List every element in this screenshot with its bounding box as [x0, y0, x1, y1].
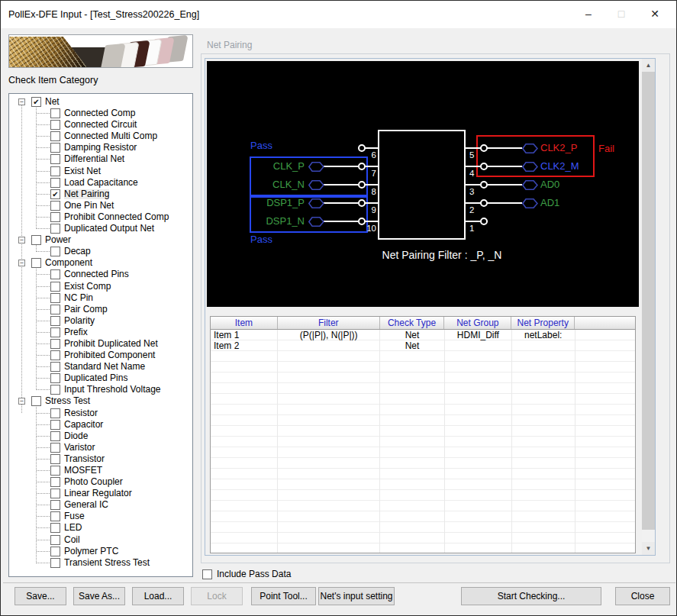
checkbox-load-capacitance[interactable] — [50, 178, 60, 188]
checkbox-led[interactable] — [50, 523, 60, 533]
tree-item-input-threshold-voltage[interactable]: Input Threshold Voltage — [9, 384, 192, 395]
checkbox-net[interactable]: ✔ — [31, 97, 41, 107]
table-header-net-property[interactable]: Net Property — [511, 317, 575, 329]
checkbox-fuse[interactable] — [50, 511, 60, 521]
checkbox-differential-net[interactable] — [50, 154, 60, 164]
tree-item-prefix[interactable]: Prefix — [9, 327, 192, 338]
tree-item-linear-regulator[interactable]: Linear Regulator — [9, 488, 192, 499]
checkbox-diode[interactable] — [50, 431, 60, 441]
tree-item-decap[interactable]: Decap — [9, 246, 192, 257]
tree-item-nc-pin[interactable]: NC Pin — [9, 292, 192, 304]
load-button[interactable]: Load... — [132, 587, 184, 605]
tree-item-coil[interactable]: Coil — [9, 534, 192, 546]
check-item-tree-panel[interactable]: −✔NetConnected CompConnected CircuitConn… — [8, 93, 193, 577]
checkbox-damping-resistor[interactable] — [50, 143, 60, 153]
tree-item-net-pairing[interactable]: ✔Net Pairing — [9, 189, 192, 200]
checkbox-varistor[interactable] — [50, 443, 60, 453]
tree-item-pair-comp[interactable]: Pair Comp — [9, 304, 192, 315]
tree-item-net[interactable]: −✔Net — [9, 96, 192, 108]
tree-item-photo-coupler[interactable]: Photo Coupler — [9, 476, 192, 488]
checkbox-transient-stress-test[interactable] — [50, 558, 60, 568]
scrollbar-thumb[interactable] — [642, 72, 655, 530]
include-pass-data-checkbox[interactable] — [202, 569, 212, 579]
expand-minus-icon[interactable]: − — [18, 398, 25, 405]
tree-item-duplicated-output-net[interactable]: Duplicated Output Net — [9, 223, 192, 234]
expand-minus-icon[interactable]: − — [18, 98, 25, 105]
checkbox-coil[interactable] — [50, 535, 60, 545]
tree-item-varistor[interactable]: Varistor — [9, 442, 192, 453]
checkbox-connected-multi-comp[interactable] — [50, 131, 60, 141]
checkbox-exist-comp[interactable] — [50, 282, 60, 292]
checkbox-one-pin-net[interactable] — [50, 201, 60, 211]
scroll-down-icon[interactable]: ▼ — [642, 542, 655, 555]
tree-item-prohibit-duplicated-net[interactable]: Prohibit Duplicated Net — [9, 338, 192, 350]
close-button[interactable]: Close — [615, 587, 670, 605]
save-button[interactable]: Save... — [15, 587, 66, 605]
checkbox-prohibited-component[interactable] — [50, 350, 60, 360]
checkbox-linear-regulator[interactable] — [50, 489, 60, 498]
table-row[interactable]: Item 2Net — [211, 340, 635, 351]
expand-minus-icon[interactable]: − — [18, 260, 25, 266]
table-header-filter[interactable]: Filter — [278, 317, 380, 329]
checkbox-prohibit-duplicated-net[interactable] — [50, 339, 60, 349]
checkbox-prohibit-connected-comp[interactable] — [50, 212, 60, 222]
tree-item-diode[interactable]: Diode — [9, 431, 192, 442]
tree-item-mosfet[interactable]: MOSFET — [9, 465, 192, 476]
tree-item-led[interactable]: LED — [9, 522, 192, 534]
table-header-item[interactable]: Item — [211, 317, 278, 329]
tree-item-polarity[interactable]: Polarity — [9, 315, 192, 327]
tree-item-transistor[interactable]: Transistor — [9, 453, 192, 465]
table-row[interactable]: Item 1(P(|P|), N(|P|))NetHDMI_DiffnetLab… — [211, 330, 635, 340]
tree-item-polymer-ptc[interactable]: Polymer PTC — [9, 546, 192, 557]
checkbox-stress-test[interactable] — [31, 396, 41, 406]
scroll-up-icon[interactable]: ▲ — [642, 59, 655, 72]
checkbox-capacitor[interactable] — [50, 420, 60, 430]
tree-item-connected-pins[interactable]: Connected Pins — [9, 269, 192, 280]
tree-item-connected-multi-comp[interactable]: Connected Multi Comp — [9, 131, 192, 142]
checkbox-polarity[interactable] — [50, 316, 60, 326]
tree-item-resistor[interactable]: Resistor — [9, 408, 192, 419]
checkbox-transistor[interactable] — [50, 454, 60, 464]
start-checking-button[interactable]: Start Checking... — [461, 587, 601, 605]
checkbox-duplicated-output-net[interactable] — [50, 224, 60, 234]
tree-item-prohibit-connected-comp[interactable]: Prohibit Connected Comp — [9, 211, 192, 223]
checkbox-prefix[interactable] — [50, 327, 60, 337]
tree-item-damping-resistor[interactable]: Damping Resistor — [9, 142, 192, 153]
table-header-net-group[interactable]: Net Group — [444, 317, 511, 329]
checkbox-exist-net[interactable] — [50, 166, 60, 176]
tree-item-connected-comp[interactable]: Connected Comp — [9, 108, 192, 119]
checkbox-pair-comp[interactable] — [50, 305, 60, 314]
tree-item-one-pin-net[interactable]: One Pin Net — [9, 200, 192, 211]
vertical-scrollbar[interactable]: ▲ ▼ — [642, 59, 655, 555]
tree-item-fuse[interactable]: Fuse — [9, 511, 192, 522]
tree-item-prohibited-component[interactable]: Prohibited Component — [9, 350, 192, 361]
tree-item-exist-comp[interactable]: Exist Comp — [9, 281, 192, 292]
net-pairing-table[interactable]: ItemFilterCheck TypeNet GroupNet Propert… — [210, 316, 636, 553]
checkbox-component[interactable] — [31, 258, 41, 268]
include-pass-data-label[interactable]: Include Pass Data — [217, 569, 291, 579]
tree-item-general-ic[interactable]: General IC — [9, 499, 192, 511]
point-tool-button[interactable]: Point Tool... — [251, 587, 316, 605]
expand-minus-icon[interactable]: − — [18, 237, 25, 243]
checkbox-standard-net-name[interactable] — [50, 362, 60, 372]
tree-item-duplicated-pins[interactable]: Duplicated Pins — [9, 373, 192, 384]
table-header-check-type[interactable]: Check Type — [380, 317, 445, 329]
checkbox-decap[interactable] — [50, 247, 60, 256]
tree-item-connected-circuit[interactable]: Connected Circuit — [9, 119, 192, 131]
tree-item-exist-net[interactable]: Exist Net — [9, 166, 192, 177]
minimize-button[interactable]: – — [575, 1, 601, 28]
checkbox-resistor[interactable] — [50, 408, 60, 418]
tree-item-stress-test[interactable]: −Stress Test — [9, 395, 192, 407]
nets-input-setting-button[interactable]: Net's input setting — [318, 587, 395, 605]
checkbox-input-threshold-voltage[interactable] — [50, 385, 60, 395]
checkbox-polymer-ptc[interactable] — [50, 547, 60, 556]
tree-item-load-capacitance[interactable]: Load Capacitance — [9, 177, 192, 189]
checkbox-photo-coupler[interactable] — [50, 477, 60, 487]
checkbox-connected-circuit[interactable] — [50, 120, 60, 130]
tree-item-capacitor[interactable]: Capacitor — [9, 419, 192, 431]
checkbox-net-pairing[interactable]: ✔ — [50, 189, 60, 199]
save-as-button[interactable]: Save As... — [73, 587, 125, 605]
checkbox-mosfet[interactable] — [50, 466, 60, 476]
checkbox-nc-pin[interactable] — [50, 293, 60, 303]
checkbox-power[interactable] — [31, 235, 41, 245]
